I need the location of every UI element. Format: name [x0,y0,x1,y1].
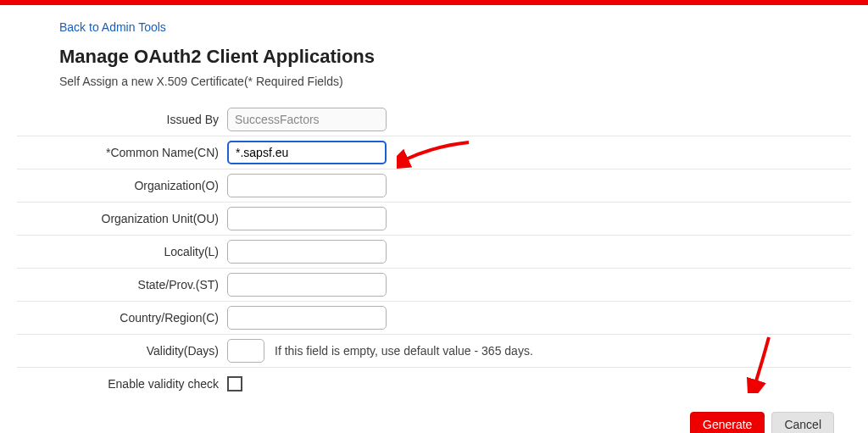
issued-by-input [227,108,387,131]
locality-input[interactable] [227,240,387,264]
validity-hint: If this field is empty, use default valu… [275,344,533,358]
enable-validity-checkbox[interactable] [227,376,242,391]
state-input[interactable] [227,273,387,297]
enable-validity-label: Enable validity check [17,377,227,391]
cancel-button[interactable]: Cancel [771,412,834,433]
common-name-label: *Common Name(CN) [17,146,227,159]
common-name-input[interactable] [227,141,387,164]
organization-unit-input[interactable] [227,207,387,230]
page-title: Manage OAuth2 Client Applications [59,46,851,68]
organization-input[interactable] [227,174,387,197]
generate-button[interactable]: Generate [690,412,765,433]
issued-by-label: Issued By [17,113,227,126]
organization-unit-label: Organization Unit(OU) [17,212,227,225]
locality-label: Locality(L) [17,245,227,258]
organization-label: Organization(O) [17,179,227,192]
certificate-form: Issued By *Common Name(CN) Organization(… [17,103,851,433]
country-label: Country/Region(C) [17,311,227,325]
state-label: State/Prov.(ST) [17,278,227,291]
subtitle: Self Assign a new X.509 Certificate(* Re… [59,75,851,88]
country-input[interactable] [227,306,387,330]
validity-input[interactable] [227,339,264,363]
validity-label: Validity(Days) [17,344,227,358]
back-to-admin-link[interactable]: Back to Admin Tools [59,20,166,34]
